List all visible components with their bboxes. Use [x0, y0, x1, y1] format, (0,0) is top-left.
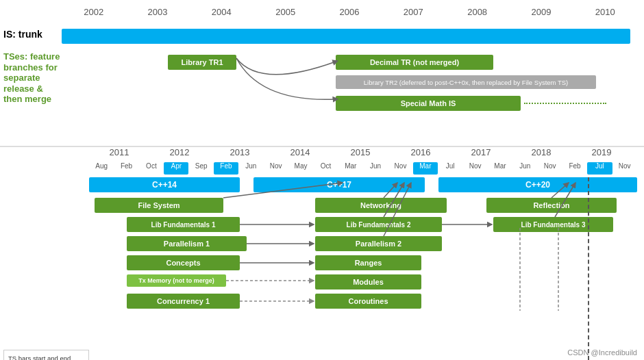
- month-feb-2012: Feb: [114, 162, 138, 175]
- reflection-bar: Reflection: [486, 198, 617, 213]
- dashed-vertical-2019: [588, 177, 589, 360]
- year-2009: 2009: [509, 7, 573, 22]
- bottom-year-headers: 2011 2012 2013 2014 2015 2016 2017 2018 …: [89, 147, 637, 161]
- modules-bar: Modules: [315, 274, 421, 290]
- bottom-section: 2011 2012 2013 2014 2015 2016 2017 2018 …: [0, 147, 644, 360]
- month-jul-2019: Jul: [587, 162, 612, 175]
- month-nov-2016: Nov: [388, 162, 412, 175]
- year-2014: 2014: [270, 147, 330, 161]
- cpp-standards-row: C++14 C++17 C++20: [89, 177, 637, 192]
- month-may: May: [288, 162, 313, 175]
- month-jun-2014: Jun: [238, 162, 263, 175]
- month-jun-2018: Jun: [512, 162, 537, 175]
- year-2017: 2017: [451, 147, 511, 161]
- cpp17-bar: C++17: [253, 177, 425, 192]
- year-2013: 2013: [210, 147, 270, 161]
- month-nov-2017: Nov: [462, 162, 487, 175]
- month-feb-2019: Feb: [562, 162, 587, 175]
- is-trunk-bar: C++0x/11: [62, 29, 630, 44]
- year-2012: 2012: [149, 147, 210, 161]
- parallelism2-bar: Parallelism 2: [315, 236, 442, 251]
- special-math-label: Special Math IS: [401, 99, 456, 107]
- sidebar-note: TS bars start and end where work on deta…: [3, 350, 89, 360]
- month-mar-2017: Mar: [413, 162, 438, 175]
- lib-fund3-bar: Lib Fundamentals 3: [493, 217, 613, 232]
- year-2016: 2016: [391, 147, 451, 161]
- sidebar-note-text1: TS bars start and end where work on deta…: [8, 355, 84, 360]
- month-oct-2015: Oct: [313, 162, 338, 175]
- year-2006: 2006: [317, 7, 381, 22]
- tses-label: TSes: feature branches for separate rele…: [3, 51, 62, 105]
- year-2018: 2018: [511, 147, 571, 161]
- cpp14-bar: C++14: [89, 177, 240, 192]
- lib-fund1-bar: Lib Fundamentals 1: [127, 217, 240, 232]
- cpp20-bar: C++20: [438, 177, 637, 192]
- lib-tr2-label: Library TR2 (deferred to post-C++0x, the…: [364, 79, 569, 86]
- month-mar-2018: Mar: [488, 162, 512, 175]
- decimal-tr-label: Decimal TR (not merged): [370, 58, 459, 66]
- arrows-top: [192, 48, 349, 116]
- month-apr: Apr: [164, 162, 188, 175]
- decimal-tr-bar: Decimal TR (not merged): [336, 55, 493, 70]
- coroutines-bar: Coroutines: [315, 294, 421, 309]
- months-row: Aug Feb Oct Apr Sep Feb Jun Nov May Oct …: [89, 162, 637, 175]
- year-2004: 2004: [190, 7, 253, 22]
- parallelism1-bar: Parallelism 1: [127, 236, 247, 251]
- month-nov-2014: Nov: [264, 162, 288, 175]
- top-section: 2002 2003 2004 2005 2006 2007 2008 2009 …: [0, 0, 644, 147]
- month-nov-2018: Nov: [537, 162, 562, 175]
- tx-memory-bar: Tx Memory (not to merge): [127, 274, 226, 287]
- is-trunk-label: IS: trunk: [3, 29, 42, 40]
- year-2011: 2011: [89, 147, 149, 161]
- special-math-bar: Special Math IS: [336, 96, 521, 111]
- file-system-bar: File System: [95, 198, 223, 213]
- watermark: CSDN @Incredibuild: [567, 348, 637, 357]
- lib-tr2-bar: Library TR2 (deferred to post-C++0x, the…: [336, 75, 596, 89]
- year-2010: 2010: [573, 7, 637, 22]
- year-2007: 2007: [382, 7, 445, 22]
- month-mar-2016: Mar: [338, 162, 363, 175]
- month-oct: Oct: [139, 162, 164, 175]
- year-2019: 2019: [571, 147, 632, 161]
- month-jul-2017: Jul: [438, 162, 462, 175]
- month-aug: Aug: [89, 162, 114, 175]
- concepts-bar: Concepts: [127, 255, 240, 270]
- month-sep: Sep: [188, 162, 213, 175]
- month-jun-2016: Jun: [363, 162, 388, 175]
- month-feb-2014: Feb: [214, 162, 238, 175]
- top-year-headers: 2002 2003 2004 2005 2006 2007 2008 2009 …: [62, 7, 637, 22]
- month-nov-2019: Nov: [612, 162, 637, 175]
- year-2008: 2008: [445, 7, 509, 22]
- year-2002: 2002: [62, 7, 125, 22]
- year-2003: 2003: [125, 7, 189, 22]
- concurrency1-bar: Concurrency 1: [127, 294, 240, 309]
- dotted-continuation: [524, 103, 606, 104]
- networking-bar: Networking: [315, 198, 447, 213]
- feature-bars-area: File System Networking Reflection Lib Fu…: [89, 198, 637, 360]
- lib-fund2-bar: Lib Fundamentals 2: [315, 217, 442, 232]
- ranges-bar: Ranges: [315, 255, 421, 270]
- main-container: 2002 2003 2004 2005 2006 2007 2008 2009 …: [0, 0, 644, 360]
- year-2005: 2005: [253, 7, 317, 22]
- year-2015: 2015: [330, 147, 391, 161]
